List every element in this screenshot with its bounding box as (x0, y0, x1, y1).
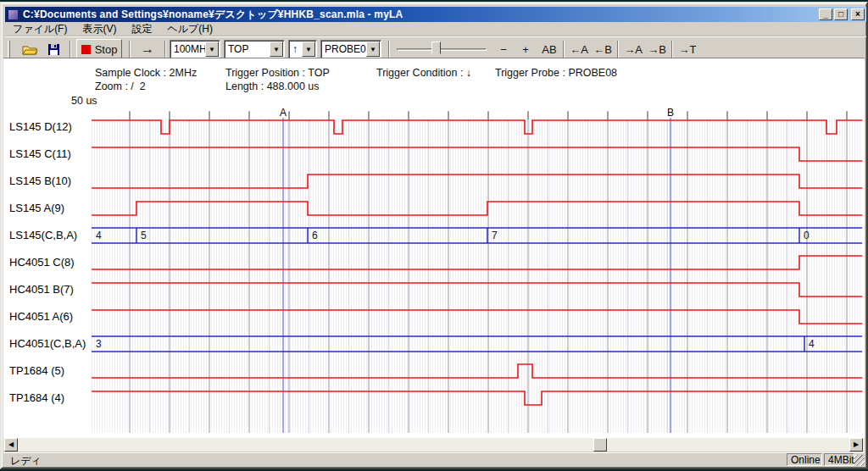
trigger-probe-select[interactable]: PROBE00 ▼ (320, 40, 381, 58)
trigger-probe-value: PROBE00 (321, 43, 366, 55)
chevron-down-icon[interactable]: ▼ (205, 42, 219, 57)
floppy-disk-icon (47, 43, 60, 56)
toolbar-separator (563, 41, 565, 58)
toolbar: Stop → 100MHz ▼ TOP ▼ ↑ ▼ PROBE00 ▼ (5, 36, 866, 60)
signal-trace (92, 310, 862, 324)
toolbar-separator (164, 41, 166, 58)
chevron-down-icon[interactable]: ▼ (366, 42, 380, 57)
menu-bar: ファイル(F) 表示(V) 設定 ヘルプ(H) (5, 22, 866, 36)
waveform-display[interactable]: AB4567034 (92, 108, 862, 433)
goto-marker-a-button[interactable]: ←A (568, 39, 590, 59)
marker-label: A (280, 108, 287, 119)
signal-trace (92, 175, 862, 188)
resize-grip[interactable] (854, 455, 865, 466)
channel-label: LS145 D(12) (9, 120, 72, 134)
online-status-badge: Online (787, 453, 822, 466)
toolbar-separator (671, 41, 673, 58)
channel-label: HC4051 A(6) (9, 310, 73, 324)
channel-label: LS145(C,B,A) (9, 229, 77, 242)
signal-trace (92, 202, 862, 215)
memory-status-badge: 4MBit (824, 453, 854, 466)
title-bar[interactable]: C:¥Documents and Settings¥noname¥デスクトップ¥… (5, 7, 866, 22)
toolbar-separator (129, 41, 131, 58)
time-scale-label: 50 us (71, 95, 97, 107)
trigger-position-value: TOP (225, 43, 270, 55)
bus-value: 6 (312, 230, 318, 241)
stop-button[interactable]: Stop (76, 39, 122, 59)
zoom-ab-button[interactable]: AB (537, 39, 561, 59)
signal-trace (92, 364, 862, 378)
signal-trace (92, 120, 862, 134)
waveform-svg: AB4567034 (92, 108, 862, 433)
set-marker-a-button[interactable]: →A (622, 39, 644, 59)
app-icon (8, 9, 19, 20)
bus-value: 7 (492, 230, 498, 241)
scroll-right-arrow-icon[interactable]: ▶ (849, 438, 863, 452)
sample-rate-value: 100MHz (170, 43, 205, 55)
channel-label: TP1684 (5) (9, 364, 64, 378)
bus-value: 0 (804, 230, 810, 241)
channel-label: LS145 B(10) (9, 175, 71, 188)
channel-label: LS145 A(9) (9, 202, 64, 215)
trigger-probe-info: Trigger Probe : PROBE08 (495, 67, 617, 79)
sample-rate-select[interactable]: 100MHz ▼ (170, 40, 220, 58)
open-folder-icon (22, 43, 38, 56)
status-bar: レディ Online 4MBit (3, 452, 865, 466)
trigger-edge-select[interactable]: ↑ ▼ (288, 40, 317, 58)
save-button[interactable] (42, 39, 64, 59)
bus-value: 4 (809, 338, 815, 350)
menu-view[interactable]: 表示(V) (75, 21, 124, 37)
chevron-down-icon[interactable]: ▼ (270, 42, 283, 57)
menu-file[interactable]: ファイル(F) (5, 21, 75, 37)
signal-trace (92, 391, 862, 405)
chevron-down-icon[interactable]: ▼ (302, 42, 315, 57)
marker-label: B (667, 108, 674, 119)
zoom-slider[interactable] (397, 48, 487, 51)
signal-trace (92, 256, 862, 269)
set-marker-b-button[interactable]: →B (646, 39, 668, 59)
close-button[interactable]: × (851, 8, 865, 20)
zoom-info: Zoom : / 2 (95, 80, 146, 92)
signal-trace (92, 147, 862, 161)
scroll-left-arrow-icon[interactable]: ◀ (4, 438, 18, 452)
menu-help[interactable]: ヘルプ(H) (159, 21, 220, 37)
screen: C:¥Documents and Settings¥noname¥デスクトップ¥… (0, 0, 868, 471)
toolbar-separator (70, 41, 71, 58)
bus-value: 4 (96, 230, 102, 241)
channel-label: TP1684 (4) (9, 391, 64, 405)
zoom-in-button[interactable]: + (515, 39, 536, 59)
open-file-button[interactable] (19, 39, 41, 59)
minimize-button[interactable]: _ (819, 8, 832, 20)
toolbar-separator (388, 41, 390, 58)
scrollbar-thumb[interactable] (593, 438, 607, 452)
channel-label: LS145 C(11) (9, 147, 71, 161)
stop-icon (81, 45, 91, 54)
trigger-position-select[interactable]: TOP ▼ (224, 40, 285, 58)
status-message: レディ (10, 454, 42, 468)
maximize-button[interactable]: □ (834, 8, 848, 20)
signal-trace (92, 283, 862, 296)
trigger-condition-info: Trigger Condition : ↓ (376, 67, 471, 79)
bus-value: 5 (141, 230, 147, 241)
length-info: Length : 488.000 us (225, 80, 320, 92)
goto-trigger-button[interactable]: →T (676, 39, 698, 59)
goto-marker-b-button[interactable]: ←B (592, 39, 614, 59)
trigger-position-info: Trigger Position : TOP (225, 67, 330, 79)
menu-settings[interactable]: 設定 (124, 21, 159, 37)
bus-value: 3 (96, 338, 102, 350)
channel-label: HC4051 C(8) (9, 256, 75, 269)
run-arrow-icon: → (141, 42, 154, 57)
zoom-slider-thumb[interactable] (431, 42, 441, 58)
horizontal-scrollbar[interactable]: ◀ ▶ (3, 438, 865, 452)
toolbar-separator (617, 41, 619, 58)
channel-label: HC4051 B(7) (9, 283, 74, 296)
window-title: C:¥Documents and Settings¥noname¥デスクトップ¥… (23, 8, 403, 22)
sample-clock-info: Sample Clock : 2MHz (95, 67, 197, 79)
run-button[interactable]: → (134, 39, 161, 59)
trigger-edge-value: ↑ (289, 43, 302, 55)
zoom-out-button[interactable]: − (493, 39, 514, 59)
channel-label: HC4051(C,B,A) (9, 337, 86, 351)
stop-label: Stop (95, 43, 118, 56)
toolbar-grip[interactable] (8, 41, 10, 58)
